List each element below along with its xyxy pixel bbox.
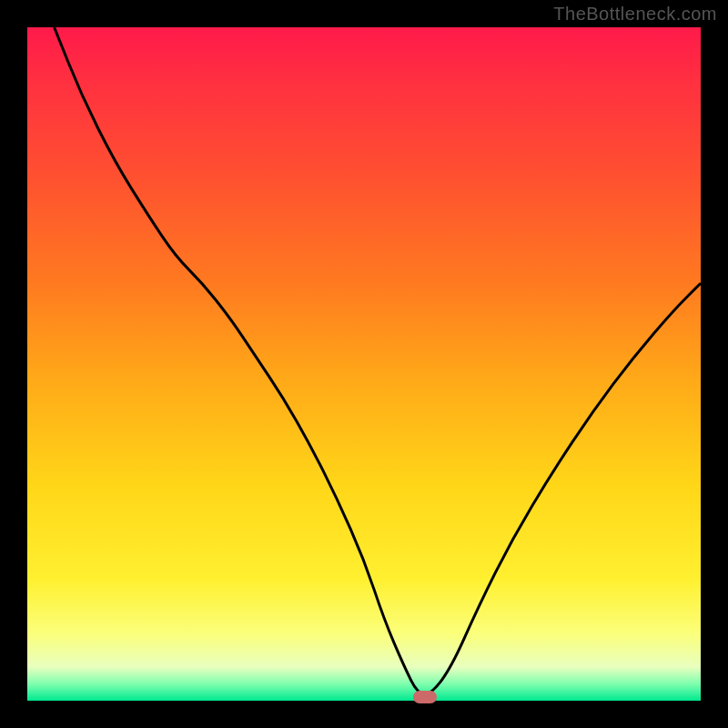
curve-svg: [27, 27, 701, 701]
plot-area: [27, 27, 701, 701]
optimal-point-marker: [413, 691, 437, 703]
watermark-text: TheBottleneck.com: [553, 4, 717, 25]
chart-frame: TheBottleneck.com: [0, 0, 728, 728]
bottleneck-curve-path: [55, 27, 701, 694]
